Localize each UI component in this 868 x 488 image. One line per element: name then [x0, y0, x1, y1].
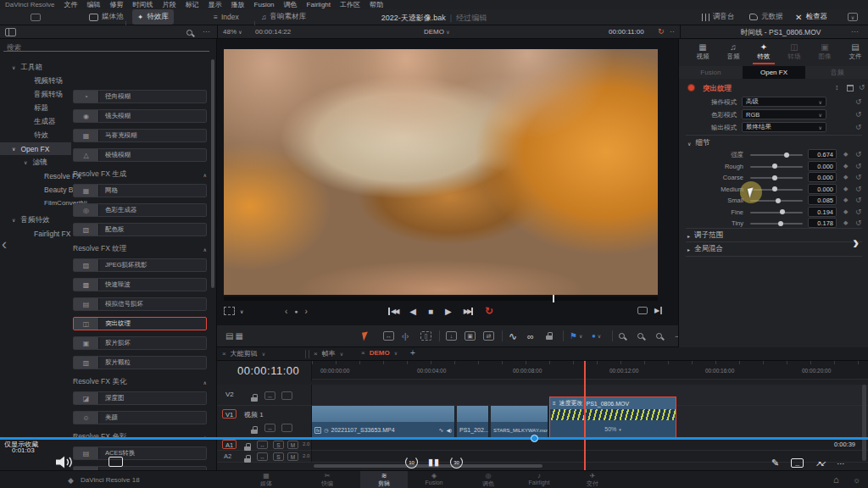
panel-expand-icon[interactable]: ∨ — [848, 9, 858, 25]
track-header-v1[interactable]: V1 视频 1 ↔ — [217, 406, 312, 439]
menu-timeline[interactable]: 时间线 — [133, 0, 153, 9]
tab-transition[interactable]: ◫转场 — [780, 42, 809, 61]
track-badge-v1[interactable]: V1 — [222, 409, 236, 419]
tab-image[interactable]: ▣图像 — [810, 42, 839, 61]
fx-group-texture[interactable]: Resolve FX 纹理∧ — [73, 243, 207, 255]
slider-value[interactable]: 0.085 — [808, 195, 837, 205]
fx-depth-map[interactable]: ◪深度图 — [73, 391, 207, 405]
clip-stars-milkyway[interactable]: STARS_MILKYWAY.mov — [491, 406, 548, 438]
mixer-toggle[interactable]: 调音台 — [702, 9, 735, 25]
clip-speed-value[interactable]: 50% — [604, 426, 616, 432]
tree-video-transitions[interactable]: 视频转场 — [34, 75, 63, 87]
pause-icon[interactable]: ▮▮ — [428, 457, 440, 468]
fx-color-palette[interactable]: ▧配色板 — [73, 223, 207, 236]
close-icon[interactable]: × — [222, 350, 226, 358]
lock-icon[interactable] — [251, 430, 258, 434]
add-timeline-tab-button[interactable]: + — [410, 348, 415, 358]
timeline-ruler[interactable]: 00:00:00:00 00:00:04:00 00:00:08:00 00:0… — [312, 361, 868, 380]
track-header-a2[interactable]: A2 ↔ S M 2.0 — [217, 451, 312, 463]
solo-icon[interactable]: S — [273, 441, 284, 449]
viewer-options-icon[interactable]: ·· — [670, 27, 675, 36]
menu-fusion[interactable]: Fusion — [254, 1, 275, 8]
menu-view[interactable]: 显示 — [209, 0, 222, 9]
refresh-icon[interactable]: ↻ — [658, 27, 665, 36]
position-lock-icon[interactable] — [546, 325, 556, 347]
solo-icon[interactable]: S — [273, 452, 284, 461]
tree-openfx[interactable]: ∨Open FX — [12, 142, 49, 155]
custom-zoom-icon[interactable] — [656, 325, 662, 347]
track-header-a1[interactable]: A1 ↔ S M 2.0 — [217, 439, 312, 451]
fx-radial-blur[interactable]: ◔径向模糊 — [73, 90, 207, 103]
fx-mosaic-blur[interactable]: ▦马赛克模糊 — [73, 129, 207, 142]
razor-tool[interactable]: ▯ — [420, 325, 431, 347]
slider-track[interactable] — [750, 166, 803, 168]
fx-jpeg-damage[interactable]: ▨JPEG损坏残影 — [73, 258, 207, 272]
fx-color-generator[interactable]: ◎色彩生成器 — [73, 203, 207, 217]
page-color[interactable]: ◎调色 — [465, 471, 512, 488]
player-volume-icon[interactable] — [56, 456, 73, 469]
tab-audio[interactable]: ♫音频 — [719, 42, 748, 61]
selection-tool[interactable] — [363, 325, 369, 347]
flag-icon[interactable]: ⚑∨ — [570, 325, 582, 347]
fx-lens-blur[interactable]: ◉镜头模糊 — [73, 109, 207, 123]
fx-texture-pop-selected[interactable]: ◫突出纹理 — [73, 317, 207, 330]
timeline-playhead[interactable] — [584, 361, 586, 470]
keyframe-icon[interactable]: ◆ — [843, 208, 848, 215]
page-media[interactable]: ▦媒体 — [242, 471, 290, 488]
reorder-icon[interactable]: ↕ — [835, 83, 839, 92]
jog-control[interactable]: ‹●› — [285, 307, 308, 316]
reset-icon[interactable]: ↺ — [855, 185, 862, 193]
auto-select-icon[interactable]: ↔ — [264, 391, 275, 400]
fullscreen-icon[interactable]: ↗↙ — [815, 459, 825, 468]
tab-video[interactable]: ▦视频 — [688, 42, 717, 61]
reset-icon[interactable]: ↺ — [859, 83, 865, 92]
track-name-v1[interactable]: 视频 1 — [244, 410, 264, 419]
tree-fairlightfx[interactable]: Fairlight FX — [34, 227, 70, 240]
danmaku-pencil-icon[interactable]: ✎ — [771, 458, 779, 469]
player-screen-icon[interactable] — [108, 457, 123, 467]
tree-toolbox[interactable]: ∨工具箱 — [12, 61, 42, 74]
timeline-tab-1[interactable]: × 大能剪辑 ∨ — [222, 349, 265, 358]
inspector-toggle[interactable]: ✕检查器 — [795, 9, 827, 25]
menu-fairlight[interactable]: Fairlight — [307, 1, 331, 8]
keyframe-icon[interactable]: ◆ — [843, 219, 848, 226]
fx-analog-damage[interactable]: ▤模拟信号损坏 — [73, 297, 207, 311]
color-mode-select[interactable]: RGB∨ — [742, 109, 826, 119]
page-edit-active[interactable]: ≋剪辑 — [360, 471, 408, 488]
fx-group-generate[interactable]: Resolve FX 生成∧ — [73, 169, 207, 180]
menu-help[interactable]: 帮助 — [370, 0, 383, 9]
menu-clip[interactable]: 片段 — [163, 0, 176, 9]
clip-ps1-202[interactable]: PS1_202... — [457, 406, 489, 438]
tree-titles[interactable]: 标题 — [34, 102, 48, 114]
play-button[interactable]: ▶ — [445, 307, 452, 316]
viewer-zoom-select[interactable]: 48% ∨ — [223, 28, 242, 36]
track-enable-icon[interactable] — [281, 424, 292, 432]
menu-trim[interactable]: 修剪 — [110, 0, 124, 9]
subtab-openfx-active[interactable]: Open FX — [743, 66, 806, 79]
panel-prev-chevron-icon[interactable]: ‹ — [2, 236, 7, 253]
section-global-blend[interactable]: ▸全局混合 — [687, 244, 723, 254]
project-manager-icon[interactable]: ⌂ — [833, 474, 839, 485]
subtitle-icon[interactable]: — — [791, 458, 804, 468]
menu-file[interactable]: 文件 — [64, 0, 78, 9]
keyframe-icon[interactable]: ◆ — [843, 174, 848, 180]
clip-ps1-0806-selected[interactable]: ≡ 速度更改 PS1_0806.MOV 50% ▾ — [549, 396, 676, 439]
close-icon[interactable]: × — [361, 349, 365, 357]
timeline-tab-demo-active[interactable]: × DEMO ∨ — [361, 349, 398, 357]
go-to-start-button[interactable]: ◀◀ — [388, 308, 398, 315]
section-tonal-range[interactable]: ▸调子范围 — [687, 230, 723, 241]
tree-effects[interactable]: 特效 — [34, 129, 48, 141]
tree-audio-transitions[interactable]: 音频转场 — [34, 88, 63, 101]
slider-value[interactable]: 0.000 — [808, 172, 837, 182]
slider-value[interactable]: 0.674 — [808, 149, 837, 159]
auto-select-icon[interactable]: ↔ — [257, 452, 268, 461]
mute-icon[interactable]: M — [287, 452, 298, 461]
track-enable-icon[interactable] — [281, 391, 292, 400]
library-view-icon[interactable] — [5, 28, 16, 36]
reset-icon[interactable]: ↺ — [855, 208, 862, 216]
slider-value[interactable]: 0.000 — [808, 184, 837, 194]
close-icon[interactable]: × — [314, 350, 318, 358]
link-clips-icon[interactable]: ∞ — [527, 325, 534, 347]
keyframe-icon[interactable]: ◆ — [843, 163, 848, 169]
slider-track[interactable] — [750, 154, 803, 156]
